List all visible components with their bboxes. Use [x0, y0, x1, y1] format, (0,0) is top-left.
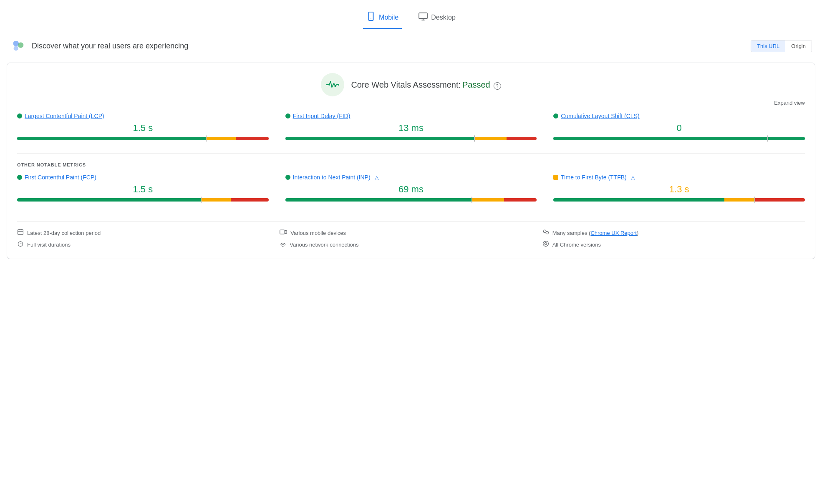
metric-fid: First Input Delay (FID) 13 ms: [285, 113, 537, 140]
chrome-icon: [542, 240, 549, 249]
svg-rect-2: [419, 13, 427, 19]
lcp-label-row: Largest Contentful Paint (LCP): [17, 113, 269, 119]
lcp-bar-marker: [206, 135, 207, 142]
tab-mobile[interactable]: Mobile: [363, 7, 402, 29]
fcp-value: 1.5 s: [17, 184, 269, 195]
svg-point-5: [13, 41, 19, 46]
footer-samples-text: Many samples (Chrome UX Report): [552, 230, 639, 236]
ttfb-bar: [553, 198, 805, 202]
footer-col1: Latest 28-day collection period Full vis…: [17, 229, 280, 249]
svg-point-8: [328, 84, 330, 86]
lcp-bar-orange: [206, 137, 236, 140]
timer-icon: [17, 240, 24, 249]
footer-item-chrome: All Chrome versions: [542, 240, 805, 249]
inp-bar: [285, 198, 537, 202]
footer-item-network: Various network connections: [280, 240, 542, 249]
inp-status-dot: [285, 175, 290, 180]
svg-point-9: [335, 85, 336, 87]
lcp-bar-red: [236, 137, 268, 140]
fid-bar-orange: [474, 137, 507, 140]
lcp-bar: [17, 137, 269, 140]
this-url-button[interactable]: This URL: [751, 40, 785, 52]
ttfb-label-row: Time to First Byte (TTFB) △: [553, 174, 805, 181]
footer-chrome-text: All Chrome versions: [552, 242, 601, 248]
cls-bar: [553, 137, 805, 140]
fid-bar-green: [285, 137, 474, 140]
cls-name[interactable]: Cumulative Layout Shift (CLS): [561, 113, 639, 119]
cls-label-row: Cumulative Layout Shift (CLS): [553, 113, 805, 119]
cls-bar-marker: [767, 135, 768, 142]
svg-point-6: [18, 42, 23, 48]
fcp-label-row: First Contentful Paint (FCP): [17, 174, 269, 181]
metric-lcp: Largest Contentful Paint (LCP) 1.5 s: [17, 113, 269, 140]
lcp-status-dot: [17, 113, 22, 118]
svg-point-21: [283, 246, 284, 247]
svg-rect-19: [280, 230, 285, 234]
inp-name[interactable]: Interaction to Next Paint (INP): [293, 174, 371, 181]
inp-bar-green: [285, 198, 472, 202]
ttfb-bar-red: [754, 198, 805, 202]
fcp-bar-red: [231, 198, 268, 202]
fid-label-row: First Input Delay (FID): [285, 113, 537, 119]
fid-bar-marker: [474, 135, 475, 142]
chrome-ux-report-link[interactable]: Chrome UX Report: [590, 230, 637, 236]
inp-label-row: Interaction to Next Paint (INP) △: [285, 174, 537, 181]
svg-rect-11: [18, 229, 23, 234]
svg-rect-0: [369, 12, 373, 20]
svg-line-18: [20, 243, 21, 244]
svg-point-7: [14, 46, 18, 50]
footer-visits-text: Full visit durations: [27, 242, 71, 248]
fcp-bar-marker: [201, 197, 202, 203]
samples-icon: [542, 229, 549, 237]
inp-lab-icon: △: [375, 174, 379, 181]
fcp-bar-orange: [201, 198, 231, 202]
other-metrics-label: OTHER NOTABLE METRICS: [17, 162, 805, 167]
inp-value: 69 ms: [285, 184, 537, 195]
header-section: Discover what your real users are experi…: [0, 29, 822, 63]
ttfb-name[interactable]: Time to First Byte (TTFB): [561, 174, 626, 181]
url-origin-toggle: This URL Origin: [751, 40, 812, 52]
vitals-header: Core Web Vitals Assessment: Passed ?: [17, 73, 805, 96]
main-card: Core Web Vitals Assessment: Passed ? Exp…: [7, 63, 815, 259]
lcp-value: 1.5 s: [17, 123, 269, 134]
svg-point-23: [546, 231, 548, 234]
fcp-bar: [17, 198, 269, 202]
tab-mobile-label: Mobile: [379, 14, 398, 21]
footer-col3: Many samples (Chrome UX Report) All Chro…: [542, 229, 805, 249]
footer-info: Latest 28-day collection period Full vis…: [17, 222, 805, 249]
origin-button[interactable]: Origin: [785, 40, 812, 52]
footer-item-samples: Many samples (Chrome UX Report): [542, 229, 805, 237]
ttfb-status-dot: [553, 175, 558, 180]
device-tabs: Mobile Desktop: [0, 0, 822, 29]
calendar-icon: [17, 229, 24, 237]
svg-rect-20: [285, 231, 287, 234]
svg-point-1: [371, 18, 371, 19]
footer-item-devices: Various mobile devices: [280, 229, 542, 237]
vitals-title: Core Web Vitals Assessment: Passed ?: [351, 80, 501, 90]
inp-bar-red: [504, 198, 537, 202]
ttfb-bar-green: [553, 198, 724, 202]
ttfb-bar-orange: [724, 198, 754, 202]
svg-point-15: [18, 242, 23, 246]
inp-bar-marker: [472, 197, 472, 203]
svg-point-10: [338, 84, 340, 86]
lcp-name[interactable]: Largest Contentful Paint (LCP): [25, 113, 104, 119]
expand-view-button[interactable]: Expand view: [17, 100, 805, 106]
fcp-name[interactable]: First Contentful Paint (FCP): [25, 174, 96, 181]
header-title: Discover what your real users are experi…: [32, 42, 188, 50]
metric-fcp: First Contentful Paint (FCP) 1.5 s: [17, 174, 269, 202]
other-metrics-grid: First Contentful Paint (FCP) 1.5 s Inter…: [17, 174, 805, 212]
vitals-icon: [321, 73, 344, 96]
tab-desktop[interactable]: Desktop: [415, 7, 459, 29]
tab-desktop-label: Desktop: [431, 14, 456, 21]
fid-name[interactable]: First Input Delay (FID): [293, 113, 350, 119]
footer-item-collection: Latest 28-day collection period: [17, 229, 280, 237]
fcp-status-dot: [17, 175, 22, 180]
fid-bar: [285, 137, 537, 140]
fid-status-dot: [285, 113, 290, 118]
fid-bar-red: [507, 137, 537, 140]
desktop-icon: [419, 12, 428, 23]
inp-bar-orange: [472, 198, 504, 202]
metric-inp: Interaction to Next Paint (INP) △ 69 ms: [285, 174, 537, 202]
help-icon[interactable]: ?: [494, 82, 501, 90]
